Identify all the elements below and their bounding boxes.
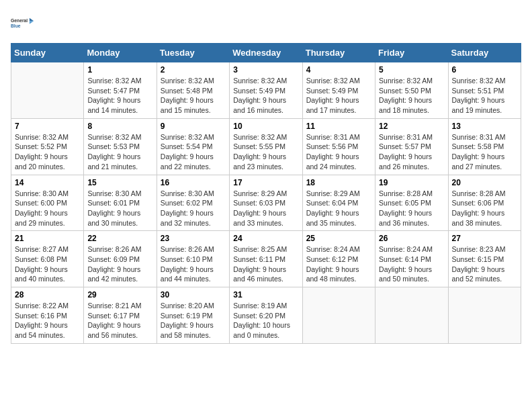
sunrise: Sunrise: 8:30 AM: [87, 189, 141, 197]
day-cell: 30 Sunrise: 8:20 AM Sunset: 6:19 PM Dayl…: [157, 287, 229, 344]
sunset: Sunset: 5:49 PM: [306, 87, 359, 95]
day-info: Sunrise: 8:25 AM Sunset: 6:11 PM Dayligh…: [233, 244, 298, 284]
sunset: Sunset: 6:02 PM: [161, 199, 213, 207]
sunset: Sunset: 6:14 PM: [379, 255, 431, 263]
daylight: Daylight: 9 hours and 24 minutes.: [306, 152, 359, 171]
day-cell: 5 Sunrise: 8:32 AM Sunset: 5:50 PM Dayli…: [375, 62, 448, 119]
day-number: 7: [15, 122, 80, 131]
calendar-body: 1 Sunrise: 8:32 AM Sunset: 5:47 PM Dayli…: [11, 62, 521, 344]
daylight: Daylight: 9 hours and 32 minutes.: [161, 209, 214, 227]
week-row-1: 7 Sunrise: 8:32 AM Sunset: 5:52 PM Dayli…: [11, 118, 521, 175]
day-number: 8: [87, 122, 152, 131]
sunrise: Sunrise: 8:32 AM: [452, 77, 506, 85]
day-cell: 28 Sunrise: 8:22 AM Sunset: 6:16 PM Dayl…: [11, 287, 84, 344]
sunset: Sunset: 5:55 PM: [233, 142, 285, 150]
day-cell: 20 Sunrise: 8:28 AM Sunset: 6:06 PM Dayl…: [448, 175, 521, 231]
daylight: Daylight: 9 hours and 54 minutes.: [15, 321, 68, 339]
sunrise: Sunrise: 8:30 AM: [161, 189, 214, 197]
day-cell: [302, 287, 375, 344]
sunrise: Sunrise: 8:32 AM: [306, 77, 360, 85]
svg-text:General: General: [11, 18, 28, 23]
daylight: Daylight: 9 hours and 17 minutes.: [306, 96, 359, 114]
day-number: 25: [306, 234, 371, 243]
day-number: 22: [87, 234, 152, 243]
sunrise: Sunrise: 8:32 AM: [87, 77, 141, 85]
daylight: Daylight: 9 hours and 14 minutes.: [87, 96, 140, 114]
day-cell: 25 Sunrise: 8:24 AM Sunset: 6:12 PM Dayl…: [302, 231, 375, 287]
day-cell: [11, 62, 84, 119]
day-cell: 6 Sunrise: 8:32 AM Sunset: 5:51 PM Dayli…: [448, 62, 521, 119]
sunset: Sunset: 5:53 PM: [87, 142, 140, 150]
day-number: 10: [233, 122, 298, 131]
sunset: Sunset: 6:09 PM: [87, 255, 140, 263]
day-info: Sunrise: 8:32 AM Sunset: 5:54 PM Dayligh…: [161, 132, 226, 172]
week-row-2: 14 Sunrise: 8:30 AM Sunset: 6:00 PM Dayl…: [11, 175, 521, 231]
day-info: Sunrise: 8:32 AM Sunset: 5:50 PM Dayligh…: [379, 76, 444, 116]
day-cell: 26 Sunrise: 8:24 AM Sunset: 6:14 PM Dayl…: [375, 231, 448, 287]
day-info: Sunrise: 8:29 AM Sunset: 6:04 PM Dayligh…: [306, 189, 371, 228]
day-number: 24: [233, 234, 298, 243]
day-info: Sunrise: 8:30 AM Sunset: 6:01 PM Dayligh…: [87, 189, 152, 228]
day-info: Sunrise: 8:21 AM Sunset: 6:17 PM Dayligh…: [87, 301, 152, 340]
sunrise: Sunrise: 8:28 AM: [379, 189, 433, 197]
sunset: Sunset: 6:20 PM: [233, 312, 285, 320]
sunrise: Sunrise: 8:28 AM: [452, 189, 506, 197]
sunset: Sunset: 6:17 PM: [87, 312, 140, 320]
day-info: Sunrise: 8:30 AM Sunset: 6:02 PM Dayligh…: [161, 189, 226, 228]
day-cell: 16 Sunrise: 8:30 AM Sunset: 6:02 PM Dayl…: [157, 175, 229, 231]
sunrise: Sunrise: 8:24 AM: [379, 245, 433, 253]
day-cell: 9 Sunrise: 8:32 AM Sunset: 5:54 PM Dayli…: [157, 118, 229, 175]
day-cell: 17 Sunrise: 8:29 AM Sunset: 6:03 PM Dayl…: [230, 175, 302, 231]
day-info: Sunrise: 8:28 AM Sunset: 6:06 PM Dayligh…: [452, 189, 517, 228]
day-info: Sunrise: 8:32 AM Sunset: 5:48 PM Dayligh…: [161, 76, 226, 116]
day-info: Sunrise: 8:26 AM Sunset: 6:09 PM Dayligh…: [87, 244, 152, 284]
week-row-0: 1 Sunrise: 8:32 AM Sunset: 5:47 PM Dayli…: [11, 62, 521, 119]
sunset: Sunset: 6:00 PM: [15, 199, 67, 207]
sunset: Sunset: 5:51 PM: [452, 87, 504, 95]
svg-text:Blue: Blue: [11, 24, 21, 28]
sunset: Sunset: 6:10 PM: [161, 255, 213, 263]
daylight: Daylight: 9 hours and 38 minutes.: [452, 209, 505, 227]
header-day-thursday: Thursday: [302, 44, 375, 62]
daylight: Daylight: 9 hours and 26 minutes.: [379, 152, 432, 171]
daylight: Daylight: 9 hours and 21 minutes.: [87, 152, 140, 171]
day-number: 20: [452, 178, 517, 187]
logo-icon: GeneralBlue: [11, 11, 35, 35]
sunset: Sunset: 5:58 PM: [452, 142, 504, 150]
day-cell: 29 Sunrise: 8:21 AM Sunset: 6:17 PM Dayl…: [84, 287, 157, 344]
header-day-friday: Friday: [375, 44, 448, 62]
day-info: Sunrise: 8:32 AM Sunset: 5:51 PM Dayligh…: [452, 76, 517, 116]
sunrise: Sunrise: 8:29 AM: [233, 189, 287, 197]
day-number: 31: [233, 290, 298, 300]
sunrise: Sunrise: 8:32 AM: [233, 77, 287, 85]
sunrise: Sunrise: 8:32 AM: [379, 77, 433, 85]
day-info: Sunrise: 8:19 AM Sunset: 6:20 PM Dayligh…: [233, 301, 298, 340]
day-cell: 27 Sunrise: 8:23 AM Sunset: 6:15 PM Dayl…: [448, 231, 521, 287]
sunset: Sunset: 5:48 PM: [161, 87, 213, 95]
sunrise: Sunrise: 8:32 AM: [161, 77, 214, 85]
day-cell: 24 Sunrise: 8:25 AM Sunset: 6:11 PM Dayl…: [230, 231, 302, 287]
sunset: Sunset: 5:47 PM: [87, 87, 140, 95]
sunrise: Sunrise: 8:21 AM: [87, 302, 141, 310]
day-info: Sunrise: 8:30 AM Sunset: 6:00 PM Dayligh…: [15, 189, 80, 228]
day-cell: 18 Sunrise: 8:29 AM Sunset: 6:04 PM Dayl…: [302, 175, 375, 231]
sunset: Sunset: 6:05 PM: [379, 199, 431, 207]
day-number: 26: [379, 234, 444, 243]
day-info: Sunrise: 8:32 AM Sunset: 5:49 PM Dayligh…: [233, 76, 298, 116]
week-row-4: 28 Sunrise: 8:22 AM Sunset: 6:16 PM Dayl…: [11, 287, 521, 344]
day-cell: 1 Sunrise: 8:32 AM Sunset: 5:47 PM Dayli…: [84, 62, 157, 119]
day-info: Sunrise: 8:32 AM Sunset: 5:55 PM Dayligh…: [233, 132, 298, 172]
sunset: Sunset: 6:16 PM: [15, 312, 67, 320]
daylight: Daylight: 9 hours and 16 minutes.: [233, 96, 286, 114]
day-info: Sunrise: 8:31 AM Sunset: 5:57 PM Dayligh…: [379, 132, 444, 172]
daylight: Daylight: 9 hours and 48 minutes.: [306, 265, 359, 283]
daylight: Daylight: 9 hours and 36 minutes.: [379, 209, 432, 227]
sunrise: Sunrise: 8:20 AM: [161, 302, 214, 310]
sunset: Sunset: 5:57 PM: [379, 142, 431, 150]
daylight: Daylight: 9 hours and 22 minutes.: [161, 152, 214, 171]
sunset: Sunset: 5:54 PM: [161, 142, 213, 150]
calendar-header: SundayMondayTuesdayWednesdayThursdayFrid…: [11, 44, 521, 62]
day-cell: 15 Sunrise: 8:30 AM Sunset: 6:01 PM Dayl…: [84, 175, 157, 231]
daylight: Daylight: 9 hours and 30 minutes.: [87, 209, 140, 227]
daylight: Daylight: 10 hours and 0 minutes.: [233, 321, 290, 339]
